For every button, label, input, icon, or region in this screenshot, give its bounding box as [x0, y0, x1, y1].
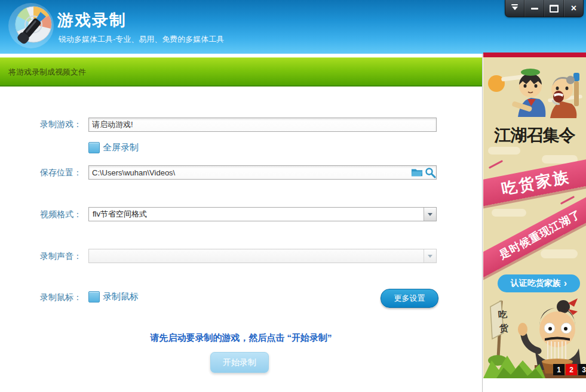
video-format-value: flv节省空间格式: [89, 209, 424, 220]
folder-icon: [411, 168, 423, 177]
section-banner: 将游戏录制成视频文件: [0, 57, 482, 87]
ad-cta-label: 认证吃货家族: [511, 278, 561, 289]
record-game-label: 录制游戏：: [24, 119, 82, 130]
ad-warriors-illustration: [483, 57, 586, 124]
section-title: 将游戏录制成视频文件: [8, 67, 86, 78]
ad-top-stripe: [483, 53, 586, 57]
instruction-text: 请先启动要录制的游戏，然后点击 “开始录制”: [0, 332, 482, 344]
close-button[interactable]: ×: [564, 0, 583, 17]
search-icon: [425, 167, 436, 178]
record-mouse-checkbox-label[interactable]: 录制鼠标: [103, 291, 139, 303]
close-icon: ×: [571, 4, 576, 13]
chevron-down-icon: [424, 208, 436, 221]
ad-page-2[interactable]: 2: [566, 364, 577, 375]
video-format-label: 视频格式：: [24, 209, 82, 220]
more-settings-button[interactable]: 更多设置: [381, 289, 438, 308]
chevron-down-icon: [424, 249, 436, 263]
record-mouse-label: 录制鼠标：: [24, 292, 82, 303]
record-sound-select[interactable]: [88, 249, 437, 263]
ad-cloud-decoration: [492, 209, 526, 217]
chevron-down-icon: [511, 4, 518, 13]
minimize-icon: [531, 8, 538, 10]
app-window: 游戏录制 锐动多媒体工具-专业、易用、免费的多媒体工具 × 将游戏录制成视频文件…: [0, 0, 586, 392]
chevron-right-icon: ›: [564, 278, 567, 289]
ad-spark-decoration: [560, 196, 575, 205]
record-sound-label: 录制声音：: [24, 251, 82, 262]
search-button[interactable]: [424, 166, 436, 178]
fullscreen-checkbox-label[interactable]: 全屏录制: [103, 142, 139, 153]
ad-page-3[interactable]: 3: [578, 364, 586, 375]
start-recording-button[interactable]: 开始录制: [210, 352, 269, 373]
header: 游戏录制 锐动多媒体工具-专业、易用、免费的多媒体工具 ×: [0, 0, 586, 54]
ad-flag-text: 吃货: [498, 307, 511, 335]
record-game-input[interactable]: [88, 118, 437, 132]
save-location-label: 保存位置：: [24, 168, 82, 178]
record-mouse-checkbox[interactable]: [88, 291, 100, 303]
ad-cloud-decoration: [488, 147, 520, 155]
ad-cta-button[interactable]: 认证吃货家族 ›: [498, 274, 580, 292]
save-location-input[interactable]: [88, 165, 437, 180]
ad-page-1[interactable]: 1: [553, 364, 564, 375]
ad-cloud-decoration: [541, 249, 578, 258]
ad-panel[interactable]: 江湖召集令 吃货家族 是时候重现江湖了 认证吃货家族 ›: [483, 53, 586, 378]
app-title: 游戏录制: [57, 10, 127, 31]
video-format-select[interactable]: flv节省空间格式: [88, 207, 437, 221]
app-subtitle: 锐动多媒体工具-专业、易用、免费的多媒体工具: [59, 34, 224, 45]
maximize-icon: [550, 5, 559, 13]
save-location-icons: [411, 166, 436, 178]
window-menu-button[interactable]: [505, 0, 524, 17]
fullscreen-checkbox[interactable]: [88, 142, 100, 153]
ad-headline: 江湖召集令: [483, 124, 586, 147]
window-controls: ×: [505, 0, 584, 17]
ad-ribbon-primary: 吃货家族: [483, 158, 586, 208]
ad-pagination: 1 2 3: [553, 364, 586, 375]
maximize-button[interactable]: [544, 0, 564, 17]
app-logo-icon: [5, 2, 55, 52]
ad-ribbon-secondary: 是时候重现江湖了: [483, 190, 586, 279]
browse-folder-button[interactable]: [411, 166, 423, 178]
ad-spark-decoration: [489, 160, 503, 169]
content-divider: [482, 54, 483, 392]
minimize-button[interactable]: [524, 0, 544, 17]
